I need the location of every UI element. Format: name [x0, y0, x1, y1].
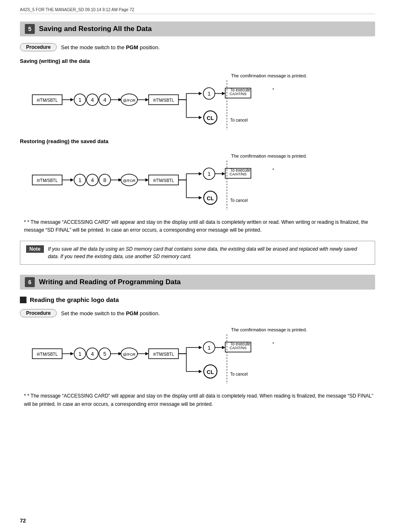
footnote-star-1: * — [24, 219, 27, 225]
svg-text:1: 1 — [207, 345, 210, 351]
svg-marker-65 — [199, 172, 202, 175]
svg-text:4: 4 — [103, 97, 106, 103]
restoring-svg: The comfirmation message is printed. To … — [28, 150, 384, 210]
footnote-text-2: * The message “ACCESSING CARD” will appe… — [24, 393, 373, 407]
svg-text:CL: CL — [207, 115, 214, 121]
pgm-bold-2: PGM — [126, 310, 138, 316]
svg-text:*: * — [272, 88, 274, 92]
svg-text:#/TM/SBTL: #/TM/SBTL — [153, 178, 174, 183]
svg-text:1: 1 — [78, 177, 81, 183]
section6-num: 6 — [25, 277, 35, 287]
svg-text:1: 1 — [207, 171, 210, 177]
svg-text:CA/AT/NS: CA/AT/NS — [230, 172, 247, 176]
svg-text:1: 1 — [207, 91, 210, 97]
svg-text:4: 4 — [91, 351, 94, 357]
svg-text:CL: CL — [207, 369, 214, 375]
svg-text:The comfirmation message is pr: The comfirmation message is printed. — [231, 327, 307, 332]
page-number: 72 — [20, 518, 26, 524]
svg-marker-47 — [70, 178, 74, 182]
restoring-title: Restoring (reading) the saved data — [20, 138, 375, 144]
svg-text:#/TM/SBTL: #/TM/SBTL — [153, 98, 174, 103]
svg-marker-25 — [199, 92, 202, 95]
procedure-text-2: Set the mode switch to the PGM position. — [61, 310, 159, 316]
svg-marker-29 — [222, 92, 225, 95]
svg-marker-98 — [145, 352, 149, 355]
svg-marker-114 — [199, 370, 202, 373]
svg-text:#/TM/SBTL: #/TM/SBTL — [37, 352, 58, 357]
svg-marker-19 — [145, 98, 149, 101]
svg-text:*: * — [272, 342, 274, 346]
reading-header: Reading the graphic logo data — [20, 296, 375, 303]
section6-footnote: * * The message “ACCESSING CARD” will ap… — [20, 392, 375, 408]
section5-title: Saving and Restoring All the Data — [39, 25, 152, 33]
svg-marker-7 — [70, 98, 74, 101]
svg-text:#/TM/SBTL: #/TM/SBTL — [153, 352, 174, 357]
svg-text:#/TM/SBTL: #/TM/SBTL — [37, 98, 58, 103]
note-text: If you save all the data by using an SD … — [48, 245, 369, 260]
reading-square-icon — [20, 297, 26, 303]
svg-text:5: 5 — [103, 351, 106, 357]
procedure-row-2: Procedure Set the mode switch to the PGM… — [20, 309, 375, 317]
svg-marker-86 — [70, 352, 74, 355]
svg-text:CA/AT/NS: CA/AT/NS — [230, 346, 247, 350]
svg-marker-69 — [222, 172, 225, 175]
procedure-badge-1: Procedure — [20, 43, 57, 51]
svg-text:@/FOR: @/FOR — [123, 179, 136, 183]
page-wrapper: A42S_5 FOR THE MANAGER_SD 09.10.14 9:12 … — [0, 0, 395, 532]
svg-marker-108 — [222, 346, 225, 349]
section5-num: 5 — [25, 24, 35, 34]
svg-marker-59 — [145, 178, 149, 182]
svg-text:1: 1 — [78, 97, 81, 103]
section6-header: 6 Writing and Reading of Programming Dat… — [20, 275, 375, 290]
reading-title: Reading the graphic logo data — [30, 296, 119, 303]
saving-svg: The comfirmation message is printed. To … — [28, 70, 384, 130]
svg-text:CA/AT/NS: CA/AT/NS — [230, 92, 247, 96]
saving-diagram: The comfirmation message is printed. To … — [28, 70, 375, 130]
saving-title: Saving (writing) all the data — [20, 58, 375, 64]
svg-text:To cancel: To cancel — [230, 118, 248, 122]
note-label: Note — [26, 245, 44, 253]
restoring-diagram: The comfirmation message is printed. To … — [28, 150, 375, 210]
svg-text:8: 8 — [103, 177, 106, 183]
note-box: Note If you save all the data by using a… — [20, 241, 375, 265]
svg-text:4: 4 — [91, 177, 94, 183]
section5-header: 5 Saving and Restoring All the Data — [20, 22, 375, 36]
saving-confirm-text: The comfirmation message is printed. — [231, 73, 307, 78]
pgm-bold-1: PGM — [126, 44, 138, 50]
footnote-star-2: * — [24, 393, 27, 399]
svg-marker-104 — [199, 346, 202, 349]
svg-text:*: * — [272, 168, 274, 173]
header-text: A42S_5 FOR THE MANAGER_SD 09.10.14 9:12 … — [20, 7, 134, 12]
section6-title: Writing and Reading of Programming Data — [39, 278, 181, 286]
svg-marker-75 — [199, 196, 202, 199]
svg-text:@/FOR: @/FOR — [123, 98, 136, 103]
svg-text:To cancel: To cancel — [230, 372, 248, 376]
procedure-row-1: Procedure Set the mode switch to the PGM… — [20, 43, 375, 51]
reading-diagram: The comfirmation message is printed. To … — [28, 324, 375, 384]
page-header: A42S_5 FOR THE MANAGER_SD 09.10.14 9:12 … — [20, 7, 375, 14]
svg-text:#/TM/SBTL: #/TM/SBTL — [37, 178, 58, 183]
svg-text:The comfirmation message is pr: The comfirmation message is printed. — [231, 153, 307, 158]
section5-footnote: * * The message “ACCESSING CARD” will ap… — [20, 218, 375, 234]
svg-text:4: 4 — [91, 97, 94, 103]
procedure-badge-2: Procedure — [20, 309, 57, 317]
svg-marker-36 — [199, 116, 202, 119]
footnote-text-1: * The message “ACCESSING CARD” will appe… — [24, 219, 368, 233]
svg-text:@/FOR: @/FOR — [123, 352, 136, 357]
svg-text:To cancel: To cancel — [230, 198, 248, 203]
svg-text:1: 1 — [78, 351, 81, 357]
procedure-text-1: Set the mode switch to the PGM position. — [61, 44, 159, 50]
reading-svg: The comfirmation message is printed. To … — [28, 324, 384, 384]
svg-text:CL: CL — [207, 195, 214, 201]
